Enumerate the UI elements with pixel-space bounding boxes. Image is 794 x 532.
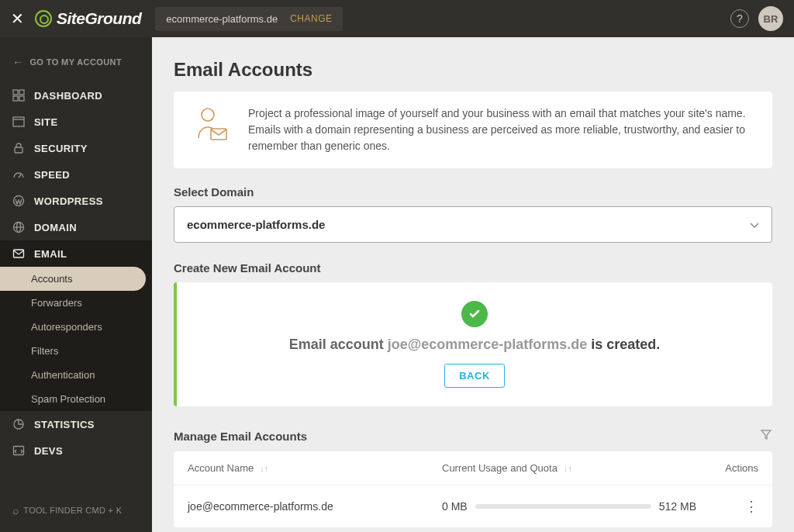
svg-point-14 [202,109,214,121]
logo[interactable]: SiteGround [35,9,141,28]
code-icon [12,444,25,457]
chevron-down-icon [750,218,759,231]
sub-item-accounts[interactable]: Accounts [0,267,146,291]
cell-quota: 0 MB 512 MB [442,500,696,513]
sidebar-item-statistics[interactable]: STATISTICS [0,411,152,437]
cell-actions: ⋮ [696,498,758,515]
intro-text: Project a professional image of yourself… [248,105,755,154]
create-email-label: Create New Email Account [174,261,772,275]
sidebar-item-dashboard[interactable]: DASHBOARD [0,82,152,109]
sidebar-item-email[interactable]: EMAIL [0,240,152,267]
svg-rect-3 [19,96,24,101]
sub-item-autoresponders[interactable]: Autoresponders [0,315,152,339]
col-account-name[interactable]: Account Name ↓↑ [188,462,442,474]
svg-rect-6 [15,147,22,153]
sub-item-authentication[interactable]: Authentication [0,363,152,387]
svg-line-7 [19,174,21,178]
sub-item-filters[interactable]: Filters [0,339,152,363]
lock-icon [12,142,25,154]
back-button[interactable]: BACK [444,364,505,388]
sort-icon: ↓↑ [564,466,572,471]
accounts-table: Account Name ↓↑ Current Usage and Quota … [174,451,772,527]
success-card: Email account joe@ecommerce-platforms.de… [174,282,772,406]
success-message: Email account joe@ecommerce-platforms.de… [195,337,754,353]
change-domain-button[interactable]: CHANGE [290,13,332,24]
person-mail-icon [191,105,230,147]
help-icon[interactable]: ? [730,9,749,28]
sidebar-item-security[interactable]: SECURITY [0,135,152,161]
select-domain-label: Select Domain [174,185,772,199]
svg-rect-4 [13,117,24,126]
selected-domain-value: ecommerce-platforms.de [187,218,325,231]
wordpress-icon [12,195,25,207]
svg-rect-0 [13,90,18,95]
sidebar-item-speed[interactable]: SPEED [0,161,152,188]
sidebar: GO TO MY ACCOUNT DASHBOARD SITE SECURITY… [0,37,152,532]
mail-icon [12,247,25,260]
domain-selector[interactable]: ecommerce-platforms.de CHANGE [155,7,343,31]
current-domain: ecommerce-platforms.de [166,13,278,25]
sidebar-item-domain[interactable]: DOMAIN [0,214,152,240]
svg-rect-12 [14,250,24,257]
intro-card: Project a professional image of yourself… [174,92,772,168]
page-title: Email Accounts [174,59,772,81]
filter-icon[interactable] [760,428,772,444]
main-content: Email Accounts Project a professional im… [152,37,794,532]
sub-item-forwarders[interactable]: Forwarders [0,291,152,315]
manage-accounts-label: Manage Email Accounts [174,430,307,443]
sub-item-spam-protection[interactable]: Spam Protection [0,387,152,411]
svg-rect-1 [19,90,24,95]
col-actions: Actions [696,462,758,474]
cell-account-name: joe@ecommerce-platforms.de [188,500,442,513]
check-circle-icon [461,301,488,327]
gauge-icon [12,168,25,181]
logo-swirl-icon [35,10,52,27]
domain-select[interactable]: ecommerce-platforms.de [174,206,772,243]
svg-rect-15 [211,129,226,140]
email-submenu: Accounts Forwarders Autoresponders Filte… [0,267,152,411]
sidebar-item-wordpress[interactable]: WORDPRESS [0,188,152,214]
logo-text: SiteGround [57,9,141,28]
sort-icon: ↓↑ [260,466,268,471]
col-quota[interactable]: Current Usage and Quota ↓↑ [442,462,696,474]
globe-icon [12,221,25,233]
sidebar-item-site[interactable]: SITE [0,109,152,135]
avatar[interactable]: BR [758,6,783,31]
tool-finder[interactable]: TOOL FINDER CMD + K [0,489,152,532]
go-to-account-link[interactable]: GO TO MY ACCOUNT [0,48,152,82]
quota-bar [475,504,651,509]
dashboard-icon [12,89,25,102]
sidebar-item-devs[interactable]: DEVS [0,437,152,464]
close-icon[interactable]: ✕ [11,9,24,28]
site-icon [12,116,25,128]
chart-icon [12,418,25,430]
svg-rect-2 [13,96,18,101]
table-row: joe@ecommerce-platforms.de 0 MB 512 MB ⋮ [174,485,772,527]
topbar: ✕ SiteGround ecommerce-platforms.de CHAN… [0,0,794,37]
table-header: Account Name ↓↑ Current Usage and Quota … [174,451,772,485]
row-actions-icon[interactable]: ⋮ [744,498,758,515]
